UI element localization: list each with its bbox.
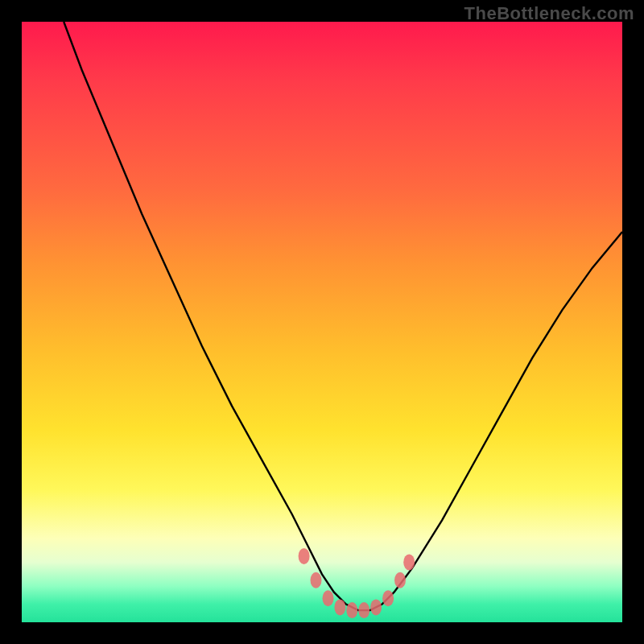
bottleneck-curve-svg: [22, 22, 622, 622]
curve-marker: [394, 572, 406, 588]
curve-marker: [370, 599, 382, 615]
chart-frame: TheBottleneck.com: [0, 0, 644, 644]
curve-marker: [334, 599, 345, 615]
curve-marker: [382, 590, 394, 606]
curve-marker: [358, 602, 369, 618]
curve-marker: [311, 572, 322, 588]
curve-markers: [299, 548, 415, 618]
curve-marker: [403, 554, 415, 570]
bottleneck-curve-path: [64, 22, 622, 610]
curve-marker: [299, 548, 310, 564]
plot-area: [22, 22, 622, 622]
curve-marker: [323, 590, 334, 606]
curve-marker: [346, 602, 357, 618]
